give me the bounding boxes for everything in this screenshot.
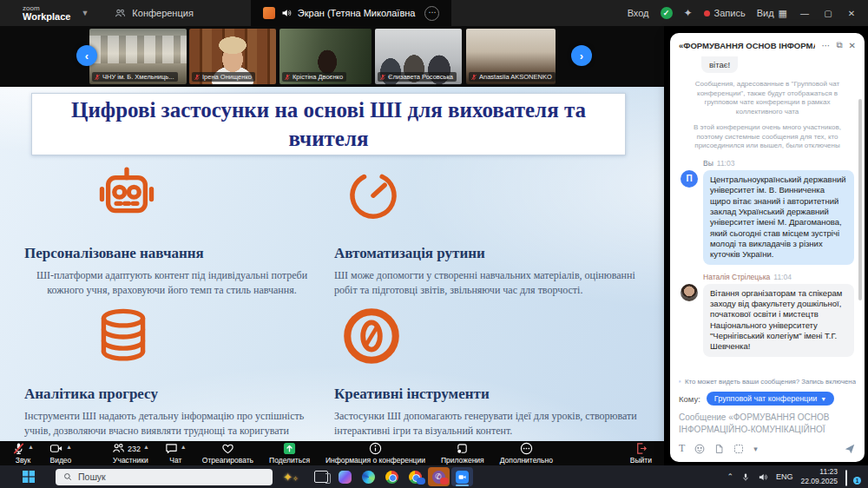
notification-center-button[interactable]: 1 bbox=[845, 471, 859, 483]
ai-companion-icon[interactable]: ✦ bbox=[684, 7, 693, 19]
attach-file-icon[interactable] bbox=[714, 444, 724, 454]
participant-tile[interactable]: Anastasiia AKSONENKO bbox=[466, 29, 556, 84]
task-view-button[interactable] bbox=[311, 467, 332, 486]
edge-button[interactable] bbox=[358, 467, 379, 486]
chat-more-icon[interactable]: ⋯ bbox=[821, 41, 830, 50]
maximize-button[interactable]: ▢ bbox=[822, 9, 834, 18]
audio-options-chevron-icon[interactable]: ▲ bbox=[28, 444, 34, 450]
zoom-app-button[interactable] bbox=[451, 467, 473, 486]
participants-button[interactable]: 232 ▲ Участники bbox=[112, 442, 149, 465]
participant-tile[interactable]: Ірена Онищенко bbox=[189, 29, 276, 84]
notification-icon bbox=[845, 470, 847, 486]
tab-screen-label: Экран (Тетяна Миколаївна bbox=[298, 8, 416, 18]
view-label: Вид bbox=[757, 8, 774, 18]
send-icon[interactable] bbox=[844, 443, 856, 455]
leave-meeting-button[interactable]: Выйти bbox=[630, 442, 652, 465]
camera-icon bbox=[49, 442, 63, 455]
chat-messages[interactable]: вітає! Сообщения, адресованные в "Группо… bbox=[670, 54, 865, 373]
chrome-profile-button[interactable] bbox=[404, 467, 426, 486]
chat-button[interactable]: ▲ Чат bbox=[165, 442, 187, 465]
taskbar-search[interactable]: Пошук bbox=[56, 469, 273, 485]
search-placeholder: Пошук bbox=[78, 472, 106, 482]
tray-mic-icon[interactable] bbox=[741, 472, 750, 482]
meeting-info-button[interactable]: Информация о конференции bbox=[326, 442, 425, 465]
muted-mic-icon bbox=[284, 74, 291, 81]
participants-chevron-icon[interactable]: ▲ bbox=[143, 444, 149, 450]
chat-header: «ФОРМУВАННЯ ОСНОВ ІНФОРМАЦІЙ… ⋯ ⧉ ✕ bbox=[670, 33, 865, 54]
grid-view-icon: ▦ bbox=[779, 8, 787, 19]
feature-body: Інструменти ШІ надають детальну інформац… bbox=[24, 409, 319, 441]
video-thumbnail-strip: ‹ ЧНУ ім. Б. Хмельниць... Ірена Онищенко… bbox=[0, 26, 664, 87]
popout-icon[interactable]: ⧉ bbox=[836, 40, 842, 50]
more-button[interactable]: Дополнительно bbox=[500, 442, 553, 465]
chrome-button[interactable] bbox=[381, 467, 403, 486]
format-text-icon[interactable]: T bbox=[679, 442, 685, 455]
message-sender: Наталія Стрілецька bbox=[703, 273, 770, 281]
participant-name: Ірена Онищенко bbox=[202, 73, 252, 81]
video-button[interactable]: ▲ Видео bbox=[49, 442, 72, 465]
chat-chevron-icon[interactable]: ▲ bbox=[181, 444, 187, 450]
chat-close-icon[interactable]: ✕ bbox=[849, 41, 856, 50]
feature-heading: Автоматизація рутини bbox=[334, 245, 645, 262]
screenshot-icon[interactable] bbox=[733, 444, 744, 454]
apps-icon bbox=[456, 442, 469, 455]
minimize-button[interactable]: — bbox=[799, 9, 811, 18]
close-button[interactable]: ✕ bbox=[845, 9, 858, 18]
feature-body: Застосунки ШІ допомагають генерувати іде… bbox=[334, 409, 647, 439]
participant-nametag: Єлизавета Росовська bbox=[378, 72, 457, 82]
tab-meeting[interactable]: Конференция bbox=[102, 0, 205, 26]
share-screen-icon bbox=[283, 442, 296, 455]
record-label: Запись bbox=[714, 8, 746, 18]
muted-mic-icon bbox=[194, 74, 201, 81]
recording-indicator[interactable]: Запись bbox=[704, 8, 746, 18]
avatar: П bbox=[681, 170, 698, 188]
message-sender: Вы bbox=[703, 159, 713, 168]
participant-tile[interactable]: ЧНУ ім. Б. Хмельниць... bbox=[89, 29, 187, 84]
audio-button[interactable]: ▲ Звук bbox=[12, 442, 34, 465]
chat-panel: «ФОРМУВАННЯ ОСНОВ ІНФОРМАЦІЙ… ⋯ ⧉ ✕ віта… bbox=[670, 33, 865, 462]
copilot-sparkle-icon[interactable]: ✦✧ bbox=[283, 471, 299, 484]
signin-link[interactable]: Вход bbox=[628, 8, 649, 18]
tab-options-icon[interactable]: ⋯ bbox=[424, 6, 439, 21]
system-message: Сообщения, адресованные в "Групповой чат… bbox=[682, 80, 852, 116]
next-participants-button[interactable]: › bbox=[571, 45, 592, 66]
message-input[interactable]: Сообщение «ФОРМУВАННЯ ОСНОВ ІНФОРМАЦІЙНО… bbox=[679, 412, 856, 436]
prev-participants-button[interactable]: ‹ bbox=[76, 45, 97, 66]
system-message: В этой конференции очень много участнико… bbox=[682, 123, 852, 151]
message-time: 11:03 bbox=[717, 159, 735, 168]
participant-tile[interactable]: Єлизавета Росовська bbox=[375, 29, 462, 84]
viber-button[interactable]: ✆ bbox=[428, 467, 450, 486]
participant-name: Єлизавета Росовська bbox=[388, 73, 453, 81]
view-button[interactable]: Вид ▦ bbox=[757, 8, 787, 19]
language-indicator[interactable]: ENG bbox=[776, 472, 793, 481]
clock[interactable]: 11:23 22.09.2025 bbox=[800, 467, 838, 485]
emoji-icon[interactable] bbox=[694, 444, 705, 454]
participant-nametag: Anastasiia AKSONENKO bbox=[469, 72, 556, 82]
more-composer-icon[interactable]: ▾ bbox=[753, 445, 758, 453]
tab-screen-share[interactable]: Экран (Тетяна Миколаївна ⋯ bbox=[251, 0, 452, 26]
search-icon bbox=[63, 472, 72, 481]
react-button[interactable]: Отреагировать bbox=[202, 442, 253, 465]
system-tray: ⌃ ENG 11:23 22.09.2025 1 bbox=[727, 467, 859, 485]
security-shield-icon[interactable]: ✓ bbox=[661, 7, 673, 19]
leave-door-icon bbox=[635, 442, 648, 455]
participant-nametag: Ірена Онищенко bbox=[192, 72, 255, 82]
react-label: Отреагировать bbox=[202, 456, 253, 465]
feature-heading: Креативні інструменти bbox=[334, 386, 647, 403]
chat-label: Чат bbox=[169, 456, 181, 465]
participant-name: Крістіна Двоєнко bbox=[293, 73, 343, 81]
participant-tile[interactable]: Крістіна Двоєнко bbox=[279, 29, 372, 84]
hidden-icons-chevron-icon[interactable]: ⌃ bbox=[727, 472, 733, 481]
share-screen-button[interactable]: Поделиться bbox=[269, 442, 310, 465]
video-options-chevron-icon[interactable]: ▲ bbox=[66, 444, 72, 450]
zoom-icon bbox=[456, 471, 469, 484]
start-button-icon[interactable] bbox=[23, 471, 35, 483]
volume-icon[interactable] bbox=[758, 472, 768, 482]
participants-label: Участники bbox=[113, 456, 148, 465]
recipient-selector[interactable]: Групповой чат конференции ▼ bbox=[707, 392, 834, 406]
privacy-note[interactable]: Кто может видеть ваши сообщения? Запись … bbox=[679, 378, 856, 386]
copilot-button[interactable] bbox=[334, 467, 356, 486]
chat-scrollbar[interactable] bbox=[858, 99, 862, 300]
apps-button[interactable]: Приложения bbox=[441, 442, 484, 465]
chevron-down-icon[interactable]: ▼ bbox=[81, 9, 89, 17]
